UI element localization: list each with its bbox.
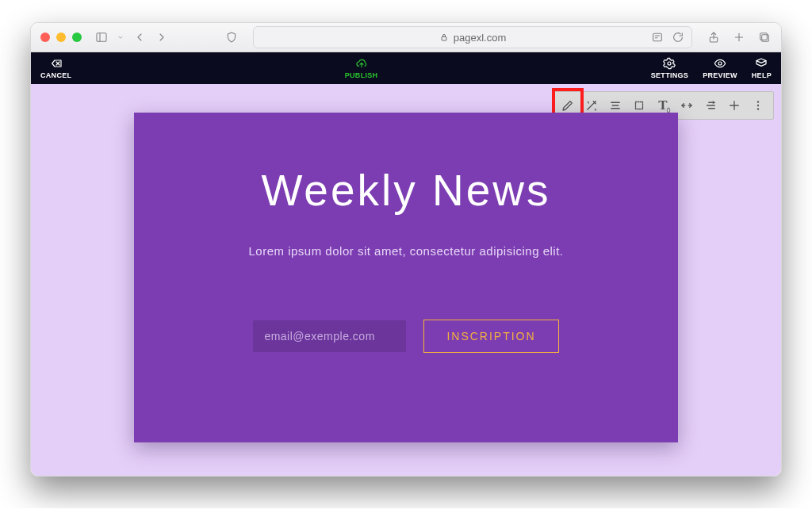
publish-button[interactable]: PUBLISH — [345, 57, 378, 79]
svg-rect-9 — [762, 35, 769, 42]
cancel-label: CANCEL — [40, 71, 71, 79]
preview-label: PREVIEW — [703, 71, 737, 79]
editor-stage: T Weekly News Lorem ipsum dolor sit amet… — [31, 84, 781, 476]
editor-appbar: CANCEL PUBLISH SETTINGS PREVIEW HELP — [31, 52, 781, 84]
browser-window: pagexl.com — [30, 22, 782, 477]
back-button[interactable] — [132, 30, 147, 44]
reload-icon[interactable] — [671, 30, 685, 44]
subscribe-form: INSCRIPTION — [253, 320, 558, 353]
settings-button[interactable]: SETTINGS — [651, 57, 688, 79]
share-icon[interactable] — [707, 30, 721, 44]
hero-subtitle: Lorem ipsum dolor sit amet, consectetur … — [249, 244, 564, 258]
close-window-button[interactable] — [40, 33, 50, 42]
minimize-window-button[interactable] — [56, 33, 66, 42]
url-text: pagexl.com — [454, 32, 506, 44]
more-icon[interactable] — [746, 94, 770, 117]
sidebar-toggle-icon[interactable] — [94, 30, 109, 44]
svg-rect-3 — [653, 33, 662, 40]
animate-icon[interactable] — [699, 94, 722, 117]
browser-titlebar: pagexl.com — [31, 23, 781, 52]
hero-block[interactable]: Weekly News Lorem ipsum dolor sit amet, … — [134, 113, 678, 442]
traffic-lights — [40, 33, 82, 42]
reader-icon[interactable] — [650, 30, 665, 44]
svg-point-14 — [668, 62, 671, 65]
publish-label: PUBLISH — [345, 71, 378, 79]
preview-button[interactable]: PREVIEW — [703, 57, 737, 79]
chevron-down-icon[interactable] — [117, 30, 124, 44]
address-bar[interactable]: pagexl.com — [253, 26, 692, 48]
svg-point-28 — [757, 105, 759, 106]
svg-point-27 — [757, 101, 759, 102]
tabs-overview-icon[interactable] — [757, 30, 772, 44]
hero-title: Weekly News — [261, 165, 550, 216]
help-label: HELP — [752, 71, 772, 79]
svg-rect-19 — [636, 102, 643, 109]
forward-button[interactable] — [155, 30, 169, 44]
svg-rect-0 — [97, 33, 106, 42]
add-icon[interactable] — [722, 94, 746, 117]
shield-icon[interactable] — [224, 30, 239, 44]
subscribe-button[interactable]: INSCRIPTION — [423, 320, 558, 353]
svg-point-29 — [757, 108, 759, 109]
zoom-window-button[interactable] — [72, 33, 82, 42]
svg-rect-2 — [442, 37, 446, 41]
help-button[interactable]: HELP — [752, 57, 772, 79]
settings-label: SETTINGS — [651, 71, 688, 79]
new-tab-icon[interactable] — [732, 30, 746, 44]
spacing-icon[interactable] — [675, 94, 699, 117]
svg-rect-10 — [760, 33, 768, 40]
svg-point-15 — [718, 62, 722, 65]
email-field[interactable] — [253, 320, 406, 352]
lock-icon — [439, 33, 449, 42]
cancel-button[interactable]: CANCEL — [40, 57, 71, 79]
